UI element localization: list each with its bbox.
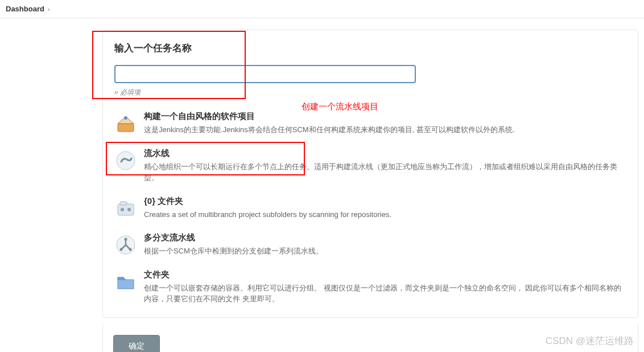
svg-point-2	[117, 152, 135, 170]
svg-point-6	[127, 208, 131, 211]
main-panel: 输入一个任务名称 » 必填项 构建一个自由风格的软件项目 这是Jenkins的主…	[102, 30, 638, 318]
item-desc: 根据一个SCM仓库中检测到的分支创建一系列流水线。	[144, 245, 626, 257]
submit-area: 确定	[102, 325, 638, 353]
svg-rect-0	[118, 124, 134, 132]
freestyle-icon	[114, 112, 137, 135]
chevron-right-icon: ›	[48, 6, 50, 13]
svg-point-10	[129, 248, 132, 251]
item-title: 多分支流水线	[144, 232, 626, 243]
item-desc: 精心地组织一个可以长期运行在多个节点上的任务。适用于构建流水线（更加正式地应当称…	[144, 161, 626, 183]
multibranch-icon	[114, 234, 137, 256]
page-title: 输入一个任务名称	[114, 42, 626, 55]
breadcrumb-item-dashboard[interactable]: Dashboard	[6, 5, 44, 13]
item-title: 构建一个自由风格的软件项目	[144, 111, 626, 122]
org-folder-icon	[114, 197, 137, 220]
required-note: » 必填项	[114, 88, 626, 97]
item-type-org-folder[interactable]: {0} 文件夹 Creates a set of multibranch pro…	[114, 190, 626, 227]
item-name-input[interactable]	[114, 65, 416, 83]
item-title: 流水线	[144, 148, 626, 159]
svg-point-9	[120, 248, 123, 251]
item-type-list: 构建一个自由风格的软件项目 这是Jenkins的主要功能.Jenkins将会结合…	[114, 105, 626, 312]
item-desc: Creates a set of multibranch project sub…	[144, 209, 626, 220]
folder-icon	[114, 271, 137, 293]
svg-rect-3	[118, 204, 134, 215]
item-type-folder[interactable]: 文件夹 创建一个可以嵌套存储的容器。利用它可以进行分组。 视图仅仅是一个过滤器，…	[114, 264, 626, 312]
svg-rect-4	[120, 202, 127, 205]
item-desc: 这是Jenkins的主要功能.Jenkins将会结合任何SCM和任何构建系统来构…	[144, 124, 626, 136]
item-type-pipeline[interactable]: 流水线 精心地组织一个可以长期运行在多个节点上的任务。适用于构建流水线（更加正式…	[114, 142, 626, 190]
item-desc: 创建一个可以嵌套存储的容器。利用它可以进行分组。 视图仅仅是一个过滤器，而文件夹…	[144, 283, 626, 305]
item-title: 文件夹	[144, 269, 626, 280]
item-type-freestyle[interactable]: 构建一个自由风格的软件项目 这是Jenkins的主要功能.Jenkins将会结合…	[114, 105, 626, 142]
item-title: {0} 文件夹	[144, 196, 626, 207]
pipeline-icon	[114, 149, 137, 172]
ok-button[interactable]: 确定	[113, 335, 160, 353]
svg-point-1	[124, 116, 127, 120]
svg-point-8	[125, 238, 127, 241]
breadcrumb: Dashboard ›	[0, 0, 644, 18]
svg-point-5	[121, 208, 124, 211]
item-type-multibranch[interactable]: 多分支流水线 根据一个SCM仓库中检测到的分支创建一系列流水线。	[114, 227, 626, 264]
